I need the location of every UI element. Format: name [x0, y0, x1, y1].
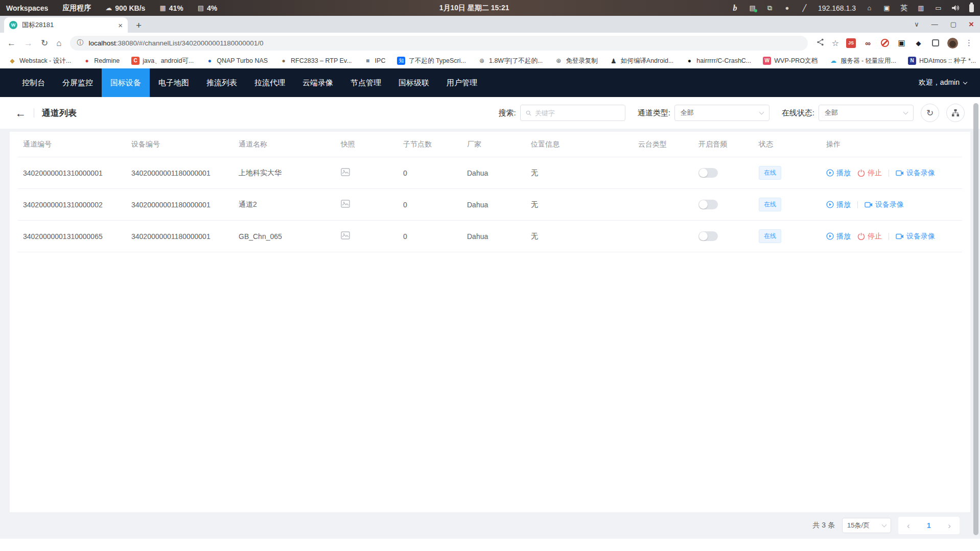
online-status-value: 全部: [825, 108, 838, 117]
nav-item[interactable]: 云端录像: [294, 68, 342, 97]
nav-item[interactable]: 分屏监控: [54, 68, 102, 97]
stop-button[interactable]: 停止: [857, 232, 882, 241]
memory-usage-value: 4%: [207, 4, 217, 12]
nav-item[interactable]: 电子地图: [150, 68, 198, 97]
close-button[interactable]: ×: [969, 20, 974, 29]
bookmark-star-icon[interactable]: ☆: [832, 38, 839, 48]
refresh-button[interactable]: ↻: [921, 104, 939, 122]
home-button[interactable]: ⌂: [56, 39, 61, 47]
bookmark-item[interactable]: W WVP-PRO文档: [763, 57, 818, 65]
broken-image-icon[interactable]: [341, 168, 350, 176]
ext-glasses-icon[interactable]: ∞: [863, 38, 873, 48]
bookmark-favicon: W: [763, 57, 771, 65]
nav-item[interactable]: 节点管理: [342, 68, 390, 97]
ext-screenshot-icon[interactable]: ▣: [897, 38, 906, 48]
coffee-icon[interactable]: ●: [783, 4, 791, 12]
table-row: 34020000001310000002 3402000000118000000…: [18, 189, 962, 221]
reload-button[interactable]: ↻: [41, 39, 48, 47]
browser-tab[interactable]: W 国标28181 ×: [4, 17, 128, 33]
record-label: 设备录像: [875, 200, 904, 209]
prev-page-button[interactable]: ‹: [907, 521, 910, 530]
back-button[interactable]: ←: [7, 39, 16, 47]
home-tray-icon[interactable]: ⌂: [866, 4, 873, 12]
broken-image-icon[interactable]: [341, 231, 350, 239]
bookmark-item[interactable]: ■ IPC: [364, 57, 386, 65]
bookmark-item[interactable]: 知 了不起的 TypeScri...: [397, 57, 466, 65]
search-input[interactable]: [535, 109, 620, 117]
maximize-button[interactable]: ▢: [950, 21, 956, 28]
page-size-select[interactable]: 15条/页: [842, 518, 891, 533]
new-tab-button[interactable]: +: [136, 20, 142, 30]
forward-button[interactable]: →: [24, 39, 33, 47]
cell-channel-id: 34020000001310000001: [18, 169, 126, 177]
bookmark-item[interactable]: ● Redmine: [83, 57, 120, 65]
nav-item[interactable]: 国标设备: [102, 68, 150, 97]
play-label: 播放: [836, 200, 851, 209]
clipboard-icon[interactable]: ⧉: [766, 4, 774, 12]
device-record-button[interactable]: 设备录像: [896, 232, 935, 241]
monitor-icon[interactable]: ▭: [935, 4, 942, 12]
online-status-select[interactable]: 全部: [819, 105, 914, 121]
toggle-knob: [699, 200, 708, 209]
tab-search-icon[interactable]: ∨: [914, 21, 919, 28]
pen-icon[interactable]: ╱: [801, 4, 808, 12]
scrollbar-thumb[interactable]: [973, 103, 978, 535]
address-bar[interactable]: ⓘ localhost:38080/#/channelList/34020000…: [70, 36, 808, 51]
tree-view-button[interactable]: [946, 104, 965, 122]
table-header-cell: 云台类型: [633, 140, 693, 149]
browser-menu-icon[interactable]: ⋮: [965, 38, 973, 47]
play-button[interactable]: 播放: [826, 169, 851, 178]
bookmark-item[interactable]: ⊕ 免登录复制: [554, 57, 598, 65]
nav-item[interactable]: 推流列表: [198, 68, 246, 97]
stop-button[interactable]: 停止: [857, 169, 882, 178]
audio-toggle[interactable]: [698, 231, 718, 241]
sound-icon[interactable]: [952, 5, 960, 11]
channel-type-select[interactable]: 全部: [674, 105, 769, 121]
ext-dark-icon[interactable]: ◆: [914, 38, 923, 48]
bookmark-item[interactable]: ● RFC2833 – RTP Ev...: [279, 57, 352, 65]
ip-address[interactable]: 192.168.1.3: [818, 4, 856, 12]
bookmark-item[interactable]: N HDAtmos :: 种子 *...: [908, 57, 976, 65]
audio-toggle[interactable]: [698, 168, 718, 178]
page-back-button[interactable]: ←: [15, 108, 26, 118]
play-button[interactable]: 播放: [826, 200, 851, 209]
share-icon[interactable]: [816, 38, 825, 49]
bookmark-item[interactable]: C java、android可...: [131, 57, 194, 65]
nav-item[interactable]: 拉流代理: [246, 68, 294, 97]
minimize-button[interactable]: —: [931, 21, 938, 28]
ext-blocker-icon[interactable]: [880, 38, 890, 48]
nav-item[interactable]: 用户管理: [438, 68, 486, 97]
windows-stack-icon[interactable]: ▣: [883, 4, 891, 12]
notes-app-icon[interactable]: ▤: [749, 4, 756, 12]
ext-json-viewer-icon[interactable]: JS: [846, 38, 856, 48]
audio-toggle[interactable]: [698, 200, 718, 209]
applications-button[interactable]: 应用程序: [62, 4, 91, 13]
bookmark-item[interactable]: ☁ 服务器 - 轻量应用...: [829, 57, 896, 65]
bookmark-item[interactable]: ⊕ 1.8W字|了不起的...: [478, 57, 543, 65]
device-record-button[interactable]: 设备录像: [865, 200, 904, 209]
bookmark-item[interactable]: ◆ Webstack - 设计...: [8, 57, 71, 65]
input-language-indicator[interactable]: 英: [900, 4, 907, 13]
tab-close-icon[interactable]: ×: [118, 21, 123, 30]
tablet-icon[interactable]: ▥: [917, 4, 925, 12]
bookmark-item[interactable]: ● hairrrrr/C-CrashC...: [685, 57, 751, 65]
cell-snapshot: [336, 168, 398, 178]
workspaces-button[interactable]: Workspaces: [6, 4, 48, 12]
profile-avatar[interactable]: [947, 38, 958, 49]
nav-item[interactable]: 控制台: [13, 68, 54, 97]
site-info-icon[interactable]: ⓘ: [77, 38, 84, 47]
battery-icon[interactable]: [969, 4, 974, 12]
clock[interactable]: 1月10日 星期二 15:21: [217, 4, 731, 13]
bing-tray-icon[interactable]: b: [731, 4, 739, 13]
nav-item[interactable]: 国标级联: [390, 68, 438, 97]
broken-image-icon[interactable]: [341, 200, 350, 208]
current-page-button[interactable]: 1: [927, 521, 931, 530]
device-record-button[interactable]: 设备录像: [896, 169, 935, 178]
user-menu[interactable]: 欢迎，admin: [919, 78, 980, 87]
play-button[interactable]: 播放: [826, 232, 851, 241]
bookmark-item[interactable]: ● QNAP Turbo NAS: [205, 57, 268, 65]
action-divider: [857, 201, 858, 208]
ext-frame-icon[interactable]: [930, 38, 940, 48]
next-page-button[interactable]: ›: [948, 521, 951, 530]
bookmark-item[interactable]: ♟ 如何编译Android...: [610, 57, 674, 65]
